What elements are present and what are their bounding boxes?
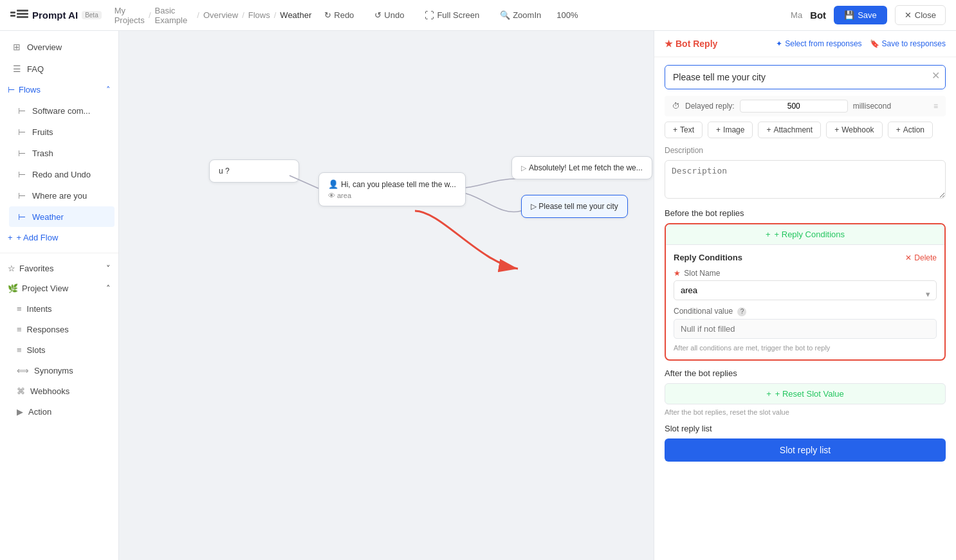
fullscreen-button[interactable]: ⛶ Full Screen: [419, 7, 484, 23]
sidebar-favorites-header[interactable]: ☆ Favorites ˅: [0, 258, 118, 278]
help-icon[interactable]: ?: [737, 307, 746, 316]
save-button[interactable]: 💾 Save: [834, 6, 887, 24]
flows-icon: ⊢: [8, 85, 15, 95]
reply-input[interactable]: [665, 66, 945, 89]
delete-condition-button[interactable]: ✕ Delete: [905, 253, 937, 262]
overview-icon: ⊞: [12, 42, 22, 52]
zoom-value: 100%: [556, 10, 578, 20]
bookmark-icon: 🔖: [870, 39, 879, 48]
sidebar-label-overview: Overview: [27, 42, 62, 52]
synonyms-label: Synonyms: [34, 366, 73, 375]
clock-icon: ⏱: [672, 102, 680, 111]
sidebar-item-action[interactable]: ▶ Action: [9, 402, 115, 422]
slots-label: Slots: [27, 345, 46, 355]
node1-text: u ?: [219, 167, 230, 176]
canvas-node-3[interactable]: ▷ Absolutely! Let me fetch the we...: [511, 156, 652, 179]
canvas-node-4[interactable]: ▷ Please tell me your city: [521, 195, 628, 218]
sidebar-item-overview[interactable]: ⊞ Overview: [4, 37, 115, 57]
save-to-responses-button[interactable]: 🔖 Save to responses: [870, 39, 946, 48]
redo-button[interactable]: ↻ Redo: [319, 8, 359, 23]
right-panel: ★ Bot Reply ✦ Select from responses 🔖 Sa…: [654, 31, 956, 560]
breadcrumb-sep1: /: [149, 10, 151, 20]
add-conditions-label: + Reply Conditions: [775, 230, 845, 239]
beta-badge: Beta: [82, 11, 102, 19]
zoomin-label: ZoomIn: [513, 10, 541, 20]
reset-note: After the bot replies, reset the slot va…: [665, 408, 946, 416]
action-icon: ▶: [17, 407, 23, 417]
breadcrumb-sep2: /: [197, 10, 199, 20]
sidebar-item-webhooks[interactable]: ⌘ Webhooks: [9, 381, 115, 401]
flow-icon-software: ⊢: [17, 105, 27, 116]
add-flow-label: + Add Flow: [17, 233, 59, 242]
close-button[interactable]: ✕ Close: [895, 5, 946, 25]
flows-chevron-icon: ˄: [106, 85, 111, 95]
sparkle-icon: ✦: [776, 39, 782, 48]
logo-area: Prompt AI Beta: [10, 10, 102, 21]
breadcrumb-flows[interactable]: Flows: [248, 10, 270, 20]
add-action-button[interactable]: + Action: [888, 122, 933, 138]
reset-label: + Reset Slot Value: [775, 389, 844, 399]
synonyms-icon: ⟺: [17, 366, 29, 375]
add-conditions-icon: +: [766, 230, 771, 239]
sidebar-label-weather: Weather: [32, 212, 64, 222]
select-from-responses-button[interactable]: ✦ Select from responses: [776, 39, 861, 48]
delayed-value-input[interactable]: [740, 100, 848, 113]
delayed-menu-icon[interactable]: ≡: [933, 102, 938, 111]
canvas-node-2[interactable]: 👤 Hi, can you please tell me the w... 👁 …: [318, 172, 466, 206]
flows-list: ⊢ Software com... ⊢ Fruits ⊢ Trash ⊢ Red…: [0, 100, 118, 228]
sidebar-item-fruits[interactable]: ⊢ Fruits: [9, 122, 115, 142]
add-reply-conditions-button[interactable]: + + Reply Conditions: [666, 224, 944, 245]
breadcrumb-basic-example[interactable]: Basic Example: [155, 6, 194, 25]
slot-name-select[interactable]: area: [674, 280, 937, 300]
sidebar-label-trash: Trash: [32, 149, 53, 158]
sidebar-item-faq[interactable]: ☰ FAQ: [4, 59, 115, 79]
bot-title: Bot: [810, 10, 826, 21]
breadcrumb-overview[interactable]: Overview: [203, 10, 238, 20]
undo-button[interactable]: ↺ Undo: [369, 8, 409, 23]
add-text-button[interactable]: + Text: [665, 122, 703, 138]
svg-rect-1: [10, 15, 15, 17]
sidebar-item-synonyms[interactable]: ⟺ Synonyms: [9, 361, 115, 381]
conditional-value-input[interactable]: [674, 319, 937, 339]
app-title: Prompt AI: [32, 10, 78, 21]
sidebar-project-header[interactable]: 🌿 Project View ˄: [0, 278, 118, 298]
add-webhook-button[interactable]: + Webhook: [826, 122, 883, 138]
redo-icon: ↻: [324, 10, 331, 20]
zoom-icon: 🔍: [500, 10, 510, 20]
reset-slot-value-button[interactable]: + + Reset Slot Value: [665, 383, 946, 404]
sidebar-item-whereareyou[interactable]: ⊢ Where are you: [9, 185, 115, 206]
sidebar-item-responses[interactable]: ≡ Responses: [9, 320, 115, 339]
webhooks-icon: ⌘: [17, 386, 25, 396]
sidebar-item-weather[interactable]: ⊢ Weather: [9, 206, 115, 227]
slot-reply-list-button[interactable]: Slot reply list: [665, 438, 946, 462]
add-webhook-icon: +: [834, 125, 839, 134]
close-icon: ✕: [905, 10, 912, 20]
required-indicator: ★: [674, 269, 681, 278]
panel-title: ★ Bot Reply: [665, 39, 717, 49]
add-attachment-label: Attachment: [773, 125, 813, 134]
top-nav: Prompt AI Beta My Projects / Basic Examp…: [0, 0, 956, 31]
add-attachment-button[interactable]: + Attachment: [758, 122, 821, 138]
description-textarea[interactable]: [665, 160, 946, 199]
svg-rect-4: [17, 16, 28, 18]
sidebar-item-software[interactable]: ⊢ Software com...: [9, 100, 115, 121]
add-image-button[interactable]: + Image: [708, 122, 753, 138]
add-webhook-label: Webhook: [841, 125, 874, 134]
breadcrumb-my-projects[interactable]: My Projects: [115, 6, 145, 25]
canvas-node-1[interactable]: u ?: [209, 159, 299, 183]
add-flow-button[interactable]: + + Add Flow: [0, 228, 118, 248]
add-image-label: Image: [723, 125, 744, 134]
zoomin-button[interactable]: 🔍 ZoomIn: [495, 8, 546, 23]
sidebar-item-intents[interactable]: ≡ Intents: [9, 299, 115, 319]
add-flow-icon: +: [8, 233, 13, 242]
reply-close-button[interactable]: ✕: [932, 69, 940, 82]
panel-header: ★ Bot Reply ✦ Select from responses 🔖 Sa…: [654, 31, 956, 57]
flow-icon-fruits: ⊢: [17, 127, 27, 137]
sidebar-item-redoundo[interactable]: ⊢ Redo and Undo: [9, 164, 115, 185]
delayed-reply-row: ⏱ Delayed reply: millisecond ≡: [665, 96, 946, 116]
flow-icon-weather: ⊢: [17, 212, 27, 222]
sidebar-item-trash[interactable]: ⊢ Trash: [9, 143, 115, 163]
canvas-area[interactable]: u ? 👤 Hi, can you please tell me the w..…: [119, 31, 654, 560]
sidebar-item-slots[interactable]: ≡ Slots: [9, 340, 115, 360]
sidebar-flows-header[interactable]: ⊢ Flows ˄: [0, 80, 118, 100]
